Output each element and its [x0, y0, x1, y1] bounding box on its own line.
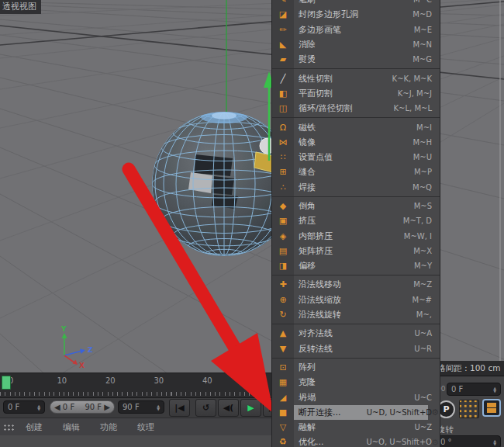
- menu-item-brush[interactable]: ✎笔刷M~C: [272, 0, 440, 7]
- menu-item-label: 循环/路径切割: [299, 102, 353, 114]
- menu-item-shortcut: M~G: [413, 55, 432, 64]
- menu-item-reverse-normals[interactable]: ▼反转法线U~R: [272, 341, 440, 356]
- end-frame-field[interactable]: 90 F ▲▼: [118, 400, 164, 414]
- menu-item-polygon-pen[interactable]: ✏多边形画笔M~E: [272, 23, 440, 37]
- extrude-icon: ▣: [272, 216, 294, 226]
- menu-item-shortcut: M~Z: [413, 280, 432, 289]
- menu-item-line-cut[interactable]: ╱线性切割K~K, M~K: [272, 71, 440, 85]
- menu-item-rotate-along-normals[interactable]: ↻沿法线旋转M~,: [272, 307, 440, 322]
- menu-item-extrude[interactable]: ▣挤压M~T, D: [272, 213, 440, 228]
- menu-item-label: 偏移: [299, 260, 316, 272]
- gear-icon[interactable]: ⚙: [431, 407, 439, 418]
- current-frame-field[interactable]: 0 F ▲▼: [3, 400, 45, 414]
- menu-item-shortcut: M~E: [414, 26, 432, 34]
- menu-item-label: 倒角: [299, 200, 316, 212]
- menu-item-matrix-extrude[interactable]: ▤矩阵挤压M~X: [272, 244, 440, 258]
- menu-item-label: 沿法线旋转: [299, 309, 341, 321]
- menu-item-extrude-inner[interactable]: ◈内部挤压M~W, I: [272, 228, 440, 243]
- menu-item-plane-cut[interactable]: ◧平面切割K~J, M~J: [272, 86, 440, 101]
- mirror-icon: ⋈: [272, 137, 294, 147]
- menu-item-optimize[interactable]: ♻优化...U~O, U~Shift+O⚙: [272, 435, 440, 447]
- menu-item-shortcut: U~R: [414, 345, 432, 353]
- drag-handle-icon[interactable]: [3, 424, 15, 431]
- menu-item-shortcut: M~H: [413, 138, 432, 147]
- array-icon: ⊡: [272, 362, 294, 372]
- menu-item-label: 熨烫: [299, 54, 316, 65]
- menu-item-scale-along-normals[interactable]: ⊕沿法线缩放M~#: [272, 293, 440, 307]
- menu-item-label: 矩阵挤压: [299, 245, 333, 257]
- menu-item-clone[interactable]: ▦克隆: [272, 375, 440, 390]
- end-frame-stepper-icon[interactable]: ▲▼: [157, 404, 160, 411]
- menu-item-label: 反转法线: [299, 343, 333, 355]
- menu-item-stitch-and-sew[interactable]: ⊞缝合M~P: [272, 165, 440, 179]
- menu-item-label: 融解: [299, 421, 316, 433]
- tab-create[interactable]: 创建: [26, 421, 43, 433]
- menu-item-label: 设置点值: [299, 151, 333, 163]
- menu-item-shortcut: M~I: [416, 123, 432, 132]
- menu-item-weld[interactable]: ∴焊接M~Q: [272, 180, 440, 195]
- playhead-marker[interactable]: [2, 376, 11, 390]
- menu-item-label: 消除: [299, 39, 316, 50]
- menu-item-label: 断开连接...: [299, 407, 341, 418]
- play-button[interactable]: ▶: [240, 399, 261, 417]
- disconnect-icon: ■: [272, 407, 294, 418]
- bevel-icon: ◆: [272, 201, 294, 211]
- polygon-pen-icon: ✏: [272, 25, 294, 35]
- right-frame-field[interactable]: 0 F ▲▼: [447, 383, 501, 396]
- right-panel-fragment: 格间距：100 cm 90 0 F ▲▼ P 旋转 0 ° ▲▼: [434, 361, 504, 447]
- menu-item-set-point-value[interactable]: ∷设置点值M~U: [272, 150, 440, 165]
- c4d-window: Y Z X 透视视图 01020304050 0 F ▲▼ ◀ 0 F 90 F…: [0, 0, 504, 447]
- menu-item-collapse[interactable]: ◢坍塌U~C: [272, 390, 440, 404]
- angle-stepper-icon[interactable]: ▲▼: [493, 439, 496, 445]
- axis-y-label: Y: [61, 325, 67, 333]
- offset-icon: ◨: [272, 261, 294, 271]
- menu-item-label: 笔刷: [299, 0, 316, 5]
- tab-texture[interactable]: 纹理: [137, 421, 154, 433]
- menu-item-disconnect[interactable]: ■断开连接...U~D, U~Shift+D⚙: [272, 405, 440, 420]
- frame-range-slider[interactable]: ◀ 0 F 90 F ▶: [50, 400, 115, 414]
- menu-item-shortcut: M~N: [413, 40, 433, 49]
- menu-item-move-along-normals[interactable]: ✚沿法线移动M~Z: [272, 277, 440, 292]
- tab-edit[interactable]: 编辑: [63, 421, 80, 433]
- menu-item-shortcut: M~C: [413, 0, 432, 4]
- stitch-and-sew-icon: ⊞: [272, 167, 294, 177]
- menu-item-loop-path-cut[interactable]: ◫循环/路径切割K~L, M~L: [272, 101, 440, 116]
- menu-item-mirror[interactable]: ⋈镜像M~H: [272, 135, 440, 150]
- dots-grid-icon[interactable]: [459, 400, 479, 418]
- menu-item-iron[interactable]: ▰熨烫M~G: [272, 52, 440, 67]
- angle-field[interactable]: 0 ° ▲▼: [436, 435, 501, 447]
- frame-stepper-icon[interactable]: ▲▼: [37, 404, 40, 411]
- menu-item-align-normals[interactable]: ▲对齐法线U~A: [272, 326, 440, 341]
- menu-item-label: 沿法线移动: [299, 279, 341, 290]
- menu-item-close-polygon-hole[interactable]: ◪封闭多边形孔洞M~D: [272, 7, 440, 22]
- menu-item-magnet[interactable]: Ω磁铁M~I: [272, 120, 440, 134]
- jump-start-button[interactable]: |◀: [169, 399, 190, 417]
- menu-item-melt[interactable]: ▽融解U~Z: [272, 420, 440, 435]
- melt-icon: ▽: [272, 422, 294, 432]
- play-reverse-button[interactable]: ◀(: [218, 399, 239, 417]
- tab-function[interactable]: 功能: [100, 421, 117, 433]
- menu-item-shortcut: M~S: [414, 202, 432, 210]
- menu-item-shortcut: M~X: [413, 247, 432, 255]
- menu-item-shortcut: M~Y: [414, 262, 432, 270]
- scale-along-normals-icon: ⊕: [272, 295, 294, 305]
- menu-item-label: 挤压: [299, 215, 316, 227]
- optimize-icon: ♻: [272, 437, 294, 447]
- menu-item-label: 阵列: [299, 362, 316, 373]
- tick-label-40: 40: [202, 376, 212, 385]
- menu-item-shortcut: U~A: [414, 329, 432, 338]
- menu-item-shortcut: M~P: [414, 168, 432, 176]
- loop-button[interactable]: ↺: [195, 399, 216, 417]
- menu-item-array[interactable]: ⊡阵列: [272, 360, 440, 375]
- menu-item-shortcut: U~Z: [414, 423, 432, 431]
- menu-item-label: 封闭多边形孔洞: [299, 9, 358, 20]
- menu-item-shortcut: U~D, U~Shift+D: [367, 408, 432, 417]
- menu-item-offset[interactable]: ◨偏移M~Y: [272, 258, 440, 273]
- menu-item-bevel[interactable]: ◆倒角M~S: [272, 199, 440, 213]
- menu-item-dissolve[interactable]: ◣消除M~N: [272, 37, 440, 52]
- loop-path-cut-icon: ◫: [272, 103, 294, 113]
- right-frame-stepper-icon[interactable]: ▲▼: [493, 386, 496, 393]
- filmstrip-icon[interactable]: [482, 399, 501, 417]
- gear-icon[interactable]: ⚙: [431, 437, 439, 447]
- viewport-name-label[interactable]: 透视视图: [0, 0, 41, 14]
